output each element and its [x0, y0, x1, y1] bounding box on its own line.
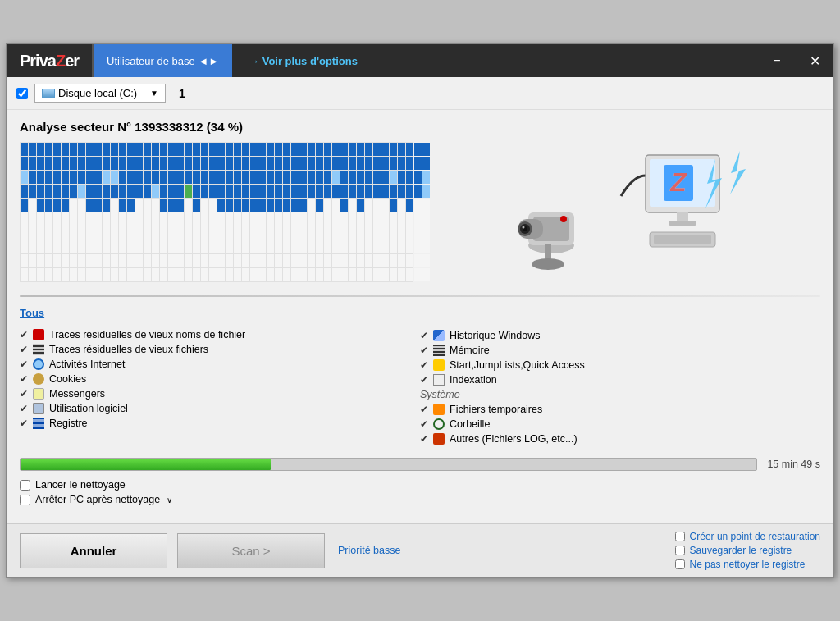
- grid-cell: [176, 268, 184, 281]
- stop-pc-checkbox[interactable]: [20, 495, 30, 505]
- grid-cell: [119, 254, 126, 267]
- grid-cell: [381, 171, 389, 184]
- grid-cell: [406, 199, 413, 212]
- grid-cell: [406, 185, 413, 198]
- grid-cell: [414, 240, 422, 253]
- grid-cell: [316, 171, 323, 184]
- stop-pc-dropdown-arrow[interactable]: ∨: [167, 495, 172, 505]
- grid-cell: [226, 199, 233, 212]
- grid-cell: [144, 212, 151, 226]
- grid-cell: [283, 157, 290, 170]
- grid-cell: [422, 212, 430, 226]
- grid-cell: [144, 143, 151, 156]
- grid-cell: [144, 268, 151, 281]
- restore-point-checkbox[interactable]: [675, 532, 685, 541]
- grid-cell: [340, 240, 348, 253]
- scan-area: Z Z: [20, 142, 820, 282]
- grid-cell: [398, 254, 405, 267]
- window-controls: − ✕: [758, 44, 833, 77]
- grid-cell: [324, 212, 331, 226]
- options-area: Lancer le nettoyage Arrêter PC après net…: [20, 479, 820, 505]
- save-registry-checkbox[interactable]: [675, 546, 685, 555]
- scan-button[interactable]: Scan >: [177, 533, 325, 568]
- grid-cell: [226, 254, 233, 267]
- checklist-right: ✔ Historique Windows ✔ Mémoire ✔ Start,J…: [420, 307, 820, 448]
- svg-point-10: [560, 216, 567, 222]
- grid-cell: [422, 185, 430, 198]
- grid-cell: [308, 171, 315, 184]
- grid-cell: [308, 254, 315, 267]
- grid-cell: [119, 185, 126, 198]
- grid-cell: [299, 226, 307, 240]
- scan-title: Analyse secteur N° 1393338312 (34 %): [20, 120, 820, 134]
- options-link[interactable]: → Voir plus d'options: [232, 44, 758, 77]
- grid-cell: [217, 143, 225, 156]
- grid-cell: [226, 212, 233, 226]
- icon-reg: [33, 418, 44, 429]
- grid-cell: [422, 240, 430, 253]
- drive-selector[interactable]: Disque local (C:) ▼: [34, 84, 166, 103]
- grid-cell: [414, 157, 422, 170]
- launch-clean-checkbox[interactable]: [20, 480, 30, 491]
- grid-cell: [70, 157, 77, 170]
- grid-cell: [390, 268, 397, 281]
- grid-cell: [349, 226, 356, 240]
- minimize-button[interactable]: −: [758, 44, 796, 77]
- grid-cell: [349, 157, 356, 170]
- grid-cell: [201, 226, 208, 240]
- grid-cell: [250, 240, 258, 253]
- grid-cell: [127, 185, 135, 198]
- grid-cell: [45, 240, 52, 253]
- grid-cell: [365, 199, 372, 212]
- grid-cell: [414, 212, 422, 226]
- grid-cell: [234, 143, 241, 156]
- grid-cell: [283, 240, 290, 253]
- grid-cell: [53, 268, 61, 281]
- grid-cell: [275, 212, 282, 226]
- grid-cell: [201, 240, 208, 253]
- grid-cell: [242, 254, 249, 267]
- grid-cell: [176, 143, 184, 156]
- grid-cell: [160, 199, 167, 212]
- grid-cell: [111, 268, 118, 281]
- no-clean-registry-checkbox[interactable]: [675, 559, 685, 569]
- grid-cell: [193, 268, 200, 281]
- grid-cell: [45, 157, 52, 170]
- grid-cell: [406, 240, 413, 253]
- restore-point-option[interactable]: Créer un point de restauration: [675, 531, 820, 542]
- grid-cell: [250, 171, 258, 184]
- grid-container: [20, 142, 413, 282]
- grid-cell: [291, 199, 299, 212]
- tous-link[interactable]: Tous: [20, 307, 44, 319]
- grid-cell: [152, 157, 159, 170]
- save-registry-option[interactable]: Sauvegarder le registre: [675, 545, 820, 556]
- grid-cell: [357, 185, 364, 198]
- grid-cell: [94, 143, 102, 156]
- grid-cell: [111, 212, 118, 226]
- grid-cell: [340, 185, 348, 198]
- bottom-right-options: Créer un point de restauration Sauvegard…: [675, 531, 820, 570]
- no-clean-registry-option[interactable]: Ne pas nettoyer le registre: [675, 559, 820, 570]
- priority-link[interactable]: Priorité basse: [338, 545, 400, 556]
- grid-cell: [62, 254, 69, 267]
- grid-cell: [86, 226, 94, 240]
- grid-cell: [160, 268, 167, 281]
- grid-cell: [324, 240, 331, 253]
- grid-cell: [406, 268, 413, 281]
- grid-cell: [127, 212, 135, 226]
- grid-cell: [119, 171, 126, 184]
- cancel-button[interactable]: Annuler: [20, 533, 167, 568]
- close-button[interactable]: ✕: [796, 44, 833, 77]
- grid-cell: [349, 171, 356, 184]
- grid-cell: [283, 268, 290, 281]
- grid-cell: [193, 226, 200, 240]
- stop-pc-option: Arrêter PC après nettoyage ∨: [20, 494, 820, 505]
- grid-cell: [29, 157, 36, 170]
- grid-cell: [103, 199, 110, 212]
- check-row: ✔ Traces résiduelles de vieux fichiers: [20, 344, 420, 355]
- grid-cell: [53, 199, 61, 212]
- grid-cell: [29, 254, 36, 267]
- grid-cell: [119, 226, 126, 240]
- drive-checkbox[interactable]: [16, 88, 28, 99]
- grid-cell: [422, 171, 430, 184]
